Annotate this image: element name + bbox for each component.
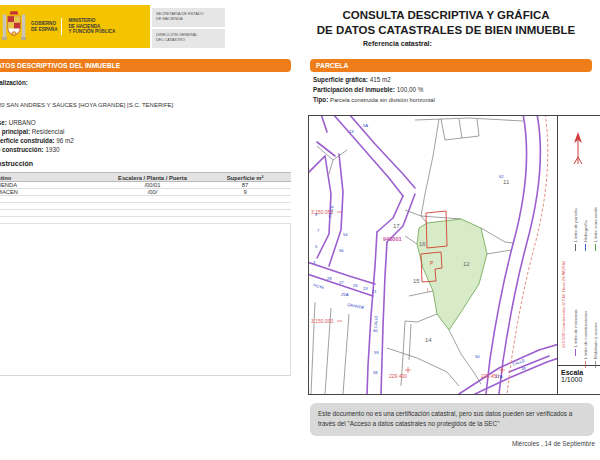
- house-number: 17A: [495, 374, 503, 379]
- house-number: 25A: [341, 292, 349, 297]
- legend-swatch: [575, 349, 576, 356]
- house-number: 58: [373, 370, 378, 375]
- legend-label: Mobiliario y aceras: [593, 322, 598, 359]
- clase-label: Clase:: [0, 119, 7, 126]
- manzana-number: 940001: [383, 236, 402, 242]
- legend-swatch: [585, 244, 586, 251]
- table-empty-row: [0, 196, 291, 203]
- legend-label: Límite de parcela: [573, 208, 578, 242]
- sup-grafica-value: 415 m2: [370, 76, 391, 83]
- scale-box: Escala 1/1000: [558, 365, 600, 394]
- house-number: 5A: [363, 123, 368, 128]
- table-row: VIVIENDA /00/01 87: [0, 182, 291, 189]
- superficie-value: 96 m2: [56, 137, 74, 144]
- construccion-title: Construcción: [0, 160, 33, 167]
- red-dashed-line: [507, 116, 548, 394]
- participacion-value: 100,00 %: [397, 86, 424, 93]
- parcel-number: 12: [463, 261, 470, 267]
- uso-label: Uso principal:: [0, 128, 30, 135]
- house-number: 25: [353, 283, 358, 288]
- parcela-section-header: PARCELA: [310, 59, 592, 72]
- house-number: 7: [317, 228, 320, 233]
- parcel-number: 17: [393, 223, 400, 229]
- house-number: 56: [339, 248, 344, 253]
- legend-item-parcela: Límite de parcela: [573, 208, 578, 251]
- col-destino: Destino: [0, 173, 104, 181]
- direccion-value: 38720 SAN ANDRES Y SAUCES [HOYA GRANDE] …: [0, 102, 173, 108]
- cell-destino: VIVIENDA: [0, 182, 104, 188]
- subject-parcel: [417, 219, 487, 330]
- uso-line: Uso principal: Residencial: [0, 128, 64, 135]
- house-number: 21: [372, 289, 377, 294]
- building-label: I: [427, 288, 428, 293]
- parcel-number: 15: [413, 278, 420, 284]
- superficie-line: Superficie construida: 96 m2: [0, 137, 74, 144]
- house-number: 50: [475, 354, 480, 359]
- map-legend-strip: Límite de parcela Límite de manzana Hidr…: [557, 116, 600, 394]
- legend-item-construcciones: Límite de construcciones: [583, 310, 588, 368]
- house-number: 54: [343, 232, 348, 237]
- table-empty-row: [0, 217, 291, 224]
- title-line-2: DE DATOS CATASTRALES DE BIEN INMUEBLE: [300, 23, 592, 38]
- house-number: 18: [521, 366, 526, 371]
- col-superficie: Superficie m²: [201, 173, 289, 181]
- legend-item-mobiliario: Mobiliario y aceras: [593, 322, 598, 368]
- north-arrow-icon: [570, 130, 586, 174]
- document-title: CONSULTA DESCRIPTIVA Y GRÁFICA DE DATOS …: [300, 8, 592, 37]
- clase-value: URBANO: [9, 119, 36, 126]
- escala-value: 1/1000: [561, 376, 600, 383]
- table-extension-area: [0, 224, 291, 376]
- cell-escalera: /00/: [104, 189, 201, 195]
- coord-label: 3.150.000: [311, 318, 333, 324]
- table-empty-row: [0, 210, 291, 217]
- table-header-row: Destino Escalera / Planta / Puerta Super…: [0, 172, 291, 182]
- house-number: 23: [363, 286, 368, 291]
- disclaimer-note: Este documento no es una certificación c…: [310, 403, 594, 436]
- title-line-1: CONSULTA DESCRIPTIVA Y GRÁFICA: [300, 8, 592, 23]
- street-name: CALLE: [373, 315, 378, 328]
- legend-label: Límite zona verde: [593, 207, 598, 242]
- anio-line: Año construcción: 1930: [0, 146, 59, 153]
- legend-item-manzana: Límite de manzana: [573, 310, 578, 356]
- tipo-value: Parcela construida sin división horizont…: [330, 97, 435, 103]
- street-name: GRANDE: [347, 302, 365, 310]
- street-name: HOYA: [313, 282, 325, 290]
- inmueble-panel: DATOS DESCRIPTIVOS DEL INMUEBLE Localiza…: [0, 0, 291, 460]
- house-number: 5: [315, 244, 318, 249]
- cell-destino: ALMACEN: [0, 189, 104, 195]
- inmueble-section-header: DATOS DESCRIPTIVOS DEL INMUEBLE: [0, 59, 291, 72]
- document-date: Miércoles , 14 de Septiembre: [512, 440, 595, 447]
- table-row: ALMACEN /00/ 9: [0, 189, 291, 196]
- escala-label: Escala: [561, 369, 600, 376]
- participacion-label: Participación del inmueble:: [313, 86, 395, 93]
- cell-escalera: /00/01: [104, 182, 201, 188]
- parcel-number: 16: [419, 241, 426, 247]
- parcel-number: 11: [503, 179, 510, 185]
- legend-label: Límite de manzana: [573, 310, 578, 347]
- cell-superficie: 9: [201, 189, 289, 195]
- uso-value: Residencial: [32, 128, 65, 135]
- parcel-number: 14: [425, 337, 432, 343]
- superficie-label: Superficie construida:: [0, 137, 54, 144]
- table-empty-row: [0, 203, 291, 210]
- legend-label: Límite de construcciones: [583, 310, 588, 359]
- referencia-catastral-label: Referencia catastral:: [363, 40, 432, 47]
- participacion-line: Participación del inmueble: 100,00 %: [313, 86, 423, 93]
- cadastral-map: 3.150.050 3.150.000 229.400 229.450 17 1…: [309, 116, 557, 394]
- tipo-line: Tipo: Parcela construida sin división ho…: [313, 96, 435, 103]
- legend-item-zona-verde: Límite zona verde: [593, 207, 598, 251]
- anio-label: Año construcción:: [0, 146, 44, 153]
- legend-swatch: [595, 244, 596, 251]
- legend-label: Hidrografía: [583, 220, 588, 242]
- clase-line: Clase: URBANO: [0, 119, 36, 126]
- tipo-label: Tipo:: [313, 96, 328, 103]
- sup-grafica-line: Superficie gráfica: 415 m2: [313, 76, 391, 83]
- cell-superficie: 87: [201, 182, 289, 188]
- cadastral-map-frame: 3.150.050 3.150.000 229.400 229.450 17 1…: [308, 115, 600, 395]
- sup-grafica-label: Superficie gráfica:: [313, 76, 368, 83]
- street-name: CALLE: [327, 204, 335, 218]
- col-escalera: Escalera / Planta / Puerta: [104, 173, 201, 181]
- legend-swatch: [575, 244, 576, 251]
- legend-item-hidrografia: Hidrografía: [583, 220, 588, 251]
- house-number: 29: [327, 276, 332, 281]
